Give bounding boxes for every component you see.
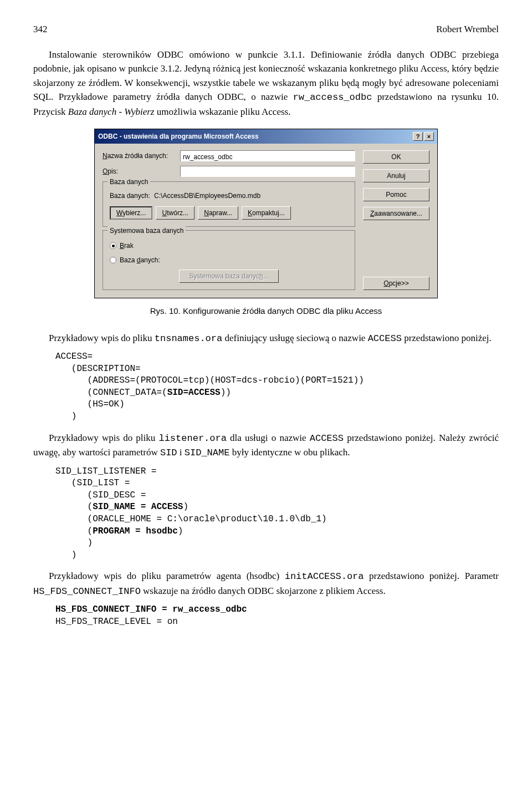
radio-none[interactable]: Brak (110, 241, 348, 251)
datasource-name-label: Nazwa źródła danych: (103, 151, 176, 161)
code-init: HS_FDS_CONNECT_INFO = rw_access_odbc HS_… (55, 604, 499, 628)
paragraph-1: Instalowanie sterowników ODBC omówiono w… (33, 48, 499, 119)
database-group: Baza danych Baza danych: C:\AccessDB\Emp… (103, 181, 355, 227)
description-label: Opis: (103, 166, 176, 176)
options-button[interactable]: Opcje>> (363, 277, 429, 290)
page-author: Robert Wrembel (436, 22, 499, 37)
odbc-dialog: ODBC - ustawienia dla programu Microsoft… (94, 129, 438, 298)
ok-button[interactable]: OK (363, 150, 429, 164)
radio-dot-icon (110, 242, 116, 249)
database-legend: Baza danych (108, 177, 150, 187)
help-icon[interactable]: ? (413, 132, 423, 141)
description-input[interactable] (180, 166, 355, 177)
radio-dot-icon (110, 257, 116, 263)
select-button[interactable]: Wybierz... (110, 206, 152, 220)
compact-button[interactable]: Kompaktuj... (242, 206, 291, 220)
system-db-button: Systemowa baza danych... (179, 270, 279, 283)
cancel-button[interactable]: Anuluj (363, 169, 429, 182)
advanced-button[interactable]: Zaawansowane... (363, 207, 429, 220)
paragraph-4: Przykładowy wpis do pliku parametrów age… (33, 569, 499, 598)
system-db-legend: Systemowa baza danych (108, 226, 186, 236)
help-button[interactable]: Pomoc (363, 188, 429, 201)
close-icon[interactable]: × (424, 132, 434, 141)
paragraph-2: Przykładowy wpis do pliku tnsnames.ora d… (33, 331, 499, 346)
database-path: C:\AccessDB\EmployeesDemo.mdb (154, 192, 260, 200)
code-tnsnames: ACCESS= (DESCRIPTION= (ADDRESS=(PROTOCOL… (55, 351, 499, 423)
figure-caption: Rys. 10. Konfigurowanie źródła danych OD… (33, 305, 499, 318)
dialog-titlebar: ODBC - ustawienia dla programu Microsoft… (95, 129, 437, 144)
dialog-title: ODBC - ustawienia dla programu Microsoft… (98, 131, 259, 141)
datasource-name-input[interactable]: rw_access_odbc (180, 150, 355, 161)
paragraph-3: Przykładowy wpis do pliku listener.ora d… (33, 431, 499, 460)
code-listener: SID_LIST_LISTENER = (SID_LIST = (SID_DES… (55, 466, 499, 562)
repair-button[interactable]: Napraw... (198, 206, 238, 220)
create-button[interactable]: Utwórz... (156, 206, 195, 220)
radio-database[interactable]: Baza danych: (110, 255, 348, 265)
system-db-group: Systemowa baza danych Brak Baza danych: … (103, 230, 355, 290)
database-label: Baza danych: (110, 192, 150, 200)
page-number: 342 (33, 22, 48, 37)
